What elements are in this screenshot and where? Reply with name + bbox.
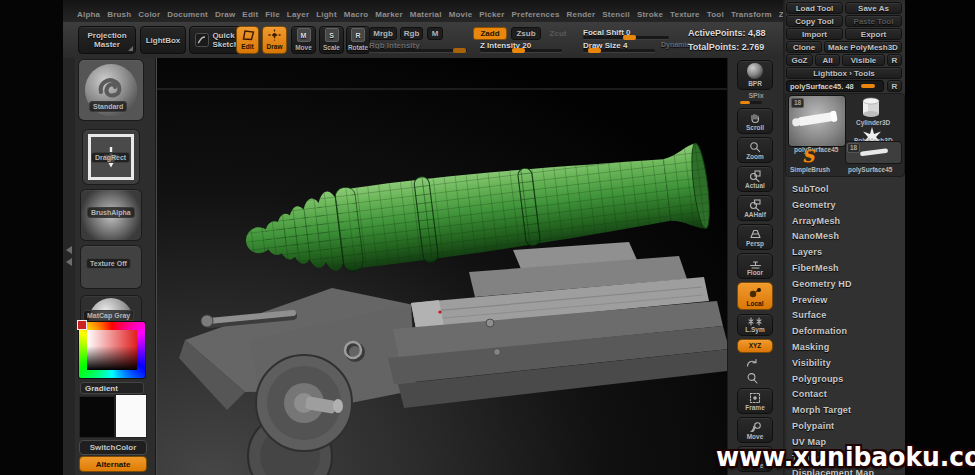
mrgb-button[interactable]: Mrgb [369, 27, 397, 40]
section-contact[interactable]: Contact [783, 387, 905, 403]
simplebrush-icon[interactable]: S [802, 146, 814, 166]
rotate-mode-button[interactable]: R Rotate [346, 26, 370, 54]
menu-edit[interactable]: Edit [242, 10, 258, 19]
color-gradient-square[interactable] [87, 330, 137, 370]
rgb-intensity-handle[interactable] [453, 48, 466, 53]
actual-button[interactable]: Actual [737, 166, 773, 192]
zsub-button[interactable]: Zsub [511, 27, 541, 40]
slider-r-button[interactable]: R [887, 80, 902, 92]
draw-size-slider[interactable] [583, 49, 655, 52]
scale-mode-button[interactable]: S Scale [319, 26, 344, 54]
edit-mode-button[interactable]: Edit [236, 26, 259, 54]
color-picker[interactable] [79, 322, 145, 378]
section-subtool[interactable]: SubTool [783, 182, 905, 198]
visible-button[interactable]: Visible [842, 54, 885, 66]
projection-master-button[interactable]: Projection Master [78, 26, 136, 54]
dynamic-label[interactable]: Dynamic [661, 41, 690, 48]
goz-button[interactable]: GoZ [786, 54, 813, 66]
section-geometry-hd[interactable]: Geometry HD [783, 277, 905, 293]
switch-color-button[interactable]: SwitchColor [79, 440, 147, 455]
draw-mode-button[interactable]: Draw [262, 26, 287, 54]
section-geometry[interactable]: Geometry [783, 198, 905, 214]
cylinder3d-icon[interactable] [858, 96, 884, 118]
focal-shift-slider[interactable] [583, 36, 669, 39]
section-arraymesh[interactable]: ArrayMesh [783, 214, 905, 230]
menu-macro[interactable]: Macro [344, 10, 369, 19]
gradient-button[interactable]: Gradient [80, 382, 144, 394]
section-layers[interactable]: Layers [783, 245, 905, 261]
section-visibility[interactable]: Visibility [783, 356, 905, 372]
menu-light[interactable]: Light [316, 10, 337, 19]
r-button[interactable]: R [887, 54, 902, 66]
spin-arrow-icon[interactable] [745, 357, 759, 370]
tray-collapse-arrow-icon[interactable] [66, 246, 72, 254]
rgb-intensity-slider[interactable] [369, 49, 467, 52]
section-morph-target[interactable]: Morph Target [783, 403, 905, 419]
lightbox-button[interactable]: LightBox [140, 26, 186, 54]
section-polypaint[interactable]: Polypaint [783, 419, 905, 435]
m-button[interactable]: M [427, 27, 443, 40]
menu-tool[interactable]: Tool [707, 10, 724, 19]
menu-stroke[interactable]: Stroke [637, 10, 663, 19]
menu-movie[interactable]: Movie [449, 10, 473, 19]
menu-stencil[interactable]: Stencil [602, 10, 630, 19]
aahalf-button[interactable]: AAHalf [737, 195, 773, 221]
floor-button[interactable]: Floor [737, 253, 773, 279]
section-polygroups[interactable]: Polygroups [783, 372, 905, 388]
menu-file[interactable]: File [265, 10, 280, 19]
menu-material[interactable]: Material [410, 10, 442, 19]
alternate-button[interactable]: Alternate [79, 456, 147, 472]
bpr-button[interactable]: BPR [737, 60, 773, 90]
zcut-button[interactable]: Zcut [545, 27, 571, 40]
menu-color[interactable]: Color [138, 10, 160, 19]
persp-button[interactable]: Persp [737, 224, 773, 250]
document-canvas[interactable] [156, 58, 727, 475]
menu-transform[interactable]: Transform [731, 10, 772, 19]
local-button[interactable]: Local [737, 282, 773, 310]
menu-draw[interactable]: Draw [215, 10, 235, 19]
menu-render[interactable]: Render [567, 10, 596, 19]
tool-name-handle[interactable] [861, 84, 875, 88]
menu-preferences[interactable]: Preferences [512, 10, 560, 19]
move-mode-button[interactable]: M Move [291, 26, 316, 54]
load-tool-button[interactable]: Load Tool [786, 2, 843, 14]
export-button[interactable]: Export [845, 28, 902, 40]
menu-brush[interactable]: Brush [107, 10, 131, 19]
menu-document[interactable]: Document [167, 10, 208, 19]
section-deformation[interactable]: Deformation [783, 324, 905, 340]
copy-tool-button[interactable]: Copy Tool [786, 15, 843, 27]
paste-tool-button[interactable]: Paste Tool [845, 15, 902, 27]
scroll-button[interactable]: Scroll [737, 108, 773, 134]
secondary-color-swatch[interactable] [116, 395, 146, 437]
save-as-button[interactable]: Save As [845, 2, 902, 14]
section-fibermesh[interactable]: FiberMesh [783, 261, 905, 277]
xyz-button[interactable]: XYZ [737, 339, 773, 353]
shelf-move-button[interactable]: Move [737, 417, 773, 443]
section-nanomesh[interactable]: NanoMesh [783, 229, 905, 245]
menu-alpha[interactable]: Alpha [77, 10, 100, 19]
draw-size-handle[interactable] [588, 48, 601, 53]
frame-button[interactable]: Frame [737, 388, 773, 414]
q-pivot-icon[interactable] [746, 372, 759, 385]
section-surface[interactable]: Surface [783, 308, 905, 324]
z-intensity-handle[interactable] [512, 48, 525, 53]
zadd-button[interactable]: Zadd [473, 27, 507, 40]
zoom-button[interactable]: Zoom [737, 137, 773, 163]
main-color-swatch[interactable] [80, 397, 114, 437]
z-intensity-slider[interactable] [480, 49, 562, 52]
clone-button[interactable]: Clone [786, 41, 822, 53]
menu-picker[interactable]: Picker [479, 10, 504, 19]
section-preview[interactable]: Preview [783, 293, 905, 309]
rgb-button[interactable]: Rgb [400, 27, 423, 40]
section-masking[interactable]: Masking [783, 340, 905, 356]
menu-marker[interactable]: Marker [375, 10, 402, 19]
all-button[interactable]: All [815, 54, 840, 66]
tray-collapse-arrow2-icon[interactable] [66, 258, 72, 266]
make-polymesh3d-button[interactable]: Make PolyMesh3D [824, 41, 902, 53]
spix-handle[interactable] [740, 101, 750, 104]
import-button[interactable]: Import [786, 28, 843, 40]
lsym-button[interactable]: L.Sym [737, 314, 773, 336]
tool-name-slider[interactable]: polySurface45. 48 [786, 80, 884, 92]
menu-layer[interactable]: Layer [287, 10, 309, 19]
focal-shift-handle[interactable] [623, 35, 636, 40]
